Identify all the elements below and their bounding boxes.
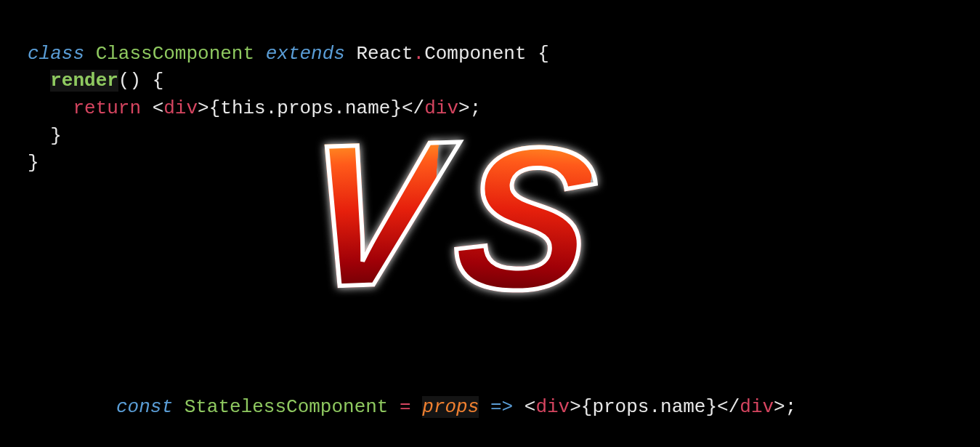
vs-letter-v: V <box>296 96 442 334</box>
param-props: props <box>422 396 479 418</box>
class-name: ClassComponent <box>96 43 254 65</box>
vs-graphic: V S <box>305 127 668 345</box>
keyword-extends: extends <box>266 43 345 65</box>
stateless-component-code: const StatelessComponent = props => <div… <box>116 367 796 422</box>
keyword-class: class <box>28 43 84 65</box>
vs-letter-s: S <box>444 99 600 339</box>
render-method: render <box>50 70 118 92</box>
react-ident: React <box>357 43 413 65</box>
const-name: StatelessComponent <box>185 396 389 418</box>
keyword-const: const <box>116 396 173 418</box>
keyword-return: return <box>73 97 141 119</box>
jsx-tag-div: div <box>163 97 198 119</box>
arrow-fn: => <box>490 396 513 418</box>
component-ident: Component <box>424 43 526 65</box>
jsx-tag-div-bottom: div <box>535 396 570 418</box>
